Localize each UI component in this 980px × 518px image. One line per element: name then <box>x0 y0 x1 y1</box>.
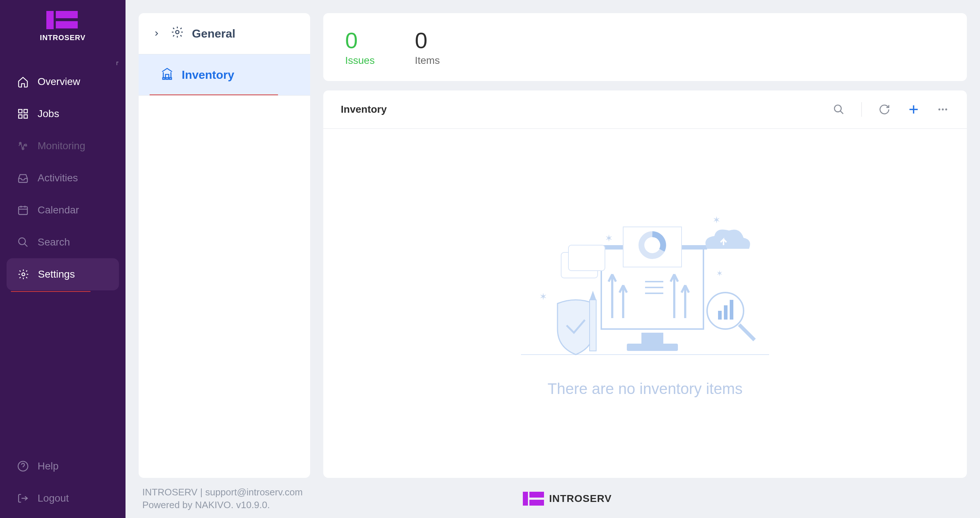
brand-logo: INTROSERV <box>0 0 126 57</box>
stat-issues-label: Issues <box>345 55 375 67</box>
action-divider <box>861 102 862 117</box>
brand-logo-icon <box>46 11 79 29</box>
footer-line1: INTROSERV | support@introserv.com <box>142 486 303 499</box>
inventory-body: ✶ ✶ ✶ ✶ There are no inventory items <box>323 129 967 478</box>
search-button[interactable] <box>832 103 845 116</box>
svg-text:✶: ✶ <box>539 291 547 302</box>
svg-rect-22 <box>641 333 663 344</box>
stat-issues: 0 Issues <box>345 29 375 67</box>
sidebar-item-label: Overview <box>38 76 80 87</box>
settings-item-label: Inventory <box>182 68 234 82</box>
svg-point-18 <box>945 108 947 110</box>
sidebar-collapse-icon[interactable]: ┏ <box>115 59 118 65</box>
sidebar-item-label: Calendar <box>38 204 79 216</box>
svg-line-37 <box>739 325 754 340</box>
grid-icon <box>16 107 30 121</box>
svg-rect-7 <box>19 207 27 215</box>
empty-state-text: There are no inventory items <box>548 380 743 397</box>
svg-rect-12 <box>163 78 165 79</box>
sidebar-item-label: Activities <box>38 172 78 184</box>
inventory-actions <box>832 102 949 117</box>
svg-rect-2 <box>19 115 22 118</box>
stat-issues-count: 0 <box>345 29 375 52</box>
sidebar-item-label: Jobs <box>38 108 59 120</box>
sidebar-item-label: Logout <box>38 493 69 504</box>
svg-point-16 <box>939 108 940 110</box>
stat-items-label: Items <box>415 55 440 67</box>
svg-marker-32 <box>590 291 596 300</box>
stat-items: 0 Items <box>415 29 440 67</box>
sidebar-nav: Overview Jobs Monitoring Activities Cale… <box>0 57 126 518</box>
sidebar-item-label: Help <box>38 460 59 472</box>
svg-rect-31 <box>590 300 596 351</box>
settings-panel: General Inventory <box>138 13 310 478</box>
sidebar-item-logout[interactable]: Logout <box>0 482 126 514</box>
sidebar-item-settings[interactable]: Settings <box>6 258 119 290</box>
sidebar-item-label: Monitoring <box>38 140 85 152</box>
sidebar-item-label: Settings <box>38 269 75 280</box>
main-content: General Inventory 0 Issues 0 Items <box>126 0 980 518</box>
activity-icon <box>16 139 30 153</box>
svg-point-8 <box>19 238 25 245</box>
sidebar-item-overview[interactable]: Overview <box>0 66 126 98</box>
svg-rect-36 <box>730 300 733 319</box>
sidebar-item-activities[interactable]: Activities <box>0 162 126 194</box>
svg-rect-34 <box>718 311 722 319</box>
svg-text:✶: ✶ <box>716 269 723 278</box>
svg-point-15 <box>834 105 842 112</box>
stats-card: 0 Issues 0 Items <box>323 13 967 81</box>
home-icon <box>16 75 30 88</box>
svg-point-6 <box>25 144 27 146</box>
refresh-button[interactable] <box>878 103 891 116</box>
sidebar-item-search[interactable]: Search <box>0 226 126 258</box>
logout-icon <box>16 492 30 505</box>
sidebar-item-calendar[interactable]: Calendar <box>0 194 126 226</box>
svg-point-17 <box>942 108 943 110</box>
footer-line2: Powered by NAKIVO. v10.9.0. <box>142 499 303 512</box>
svg-rect-1 <box>24 110 27 113</box>
more-button[interactable] <box>936 103 949 116</box>
brand-logo-icon <box>523 492 544 505</box>
sidebar-item-monitoring[interactable]: Monitoring <box>0 130 126 162</box>
svg-rect-0 <box>19 110 22 113</box>
svg-point-11 <box>176 31 179 34</box>
inventory-header: Inventory <box>323 91 967 129</box>
svg-rect-14 <box>169 78 172 79</box>
chevron-right-icon <box>153 27 161 40</box>
footer-brand-text: INTROSERV <box>549 493 612 505</box>
search-icon <box>16 236 30 249</box>
sidebar: INTROSERV ┏ Overview Jobs Monitoring Act <box>0 0 126 518</box>
gear-icon <box>17 268 30 281</box>
svg-rect-35 <box>724 305 727 319</box>
sidebar-item-help[interactable]: Help <box>0 450 126 482</box>
svg-rect-3 <box>24 115 27 118</box>
empty-illustration: ✶ ✶ ✶ ✶ <box>514 209 776 365</box>
help-icon <box>16 460 30 473</box>
footer: INTROSERV | support@introserv.com Powere… <box>138 478 967 518</box>
settings-item-general[interactable]: General <box>138 13 310 54</box>
inventory-icon <box>161 67 174 83</box>
brand-name: INTROSERV <box>40 33 85 42</box>
footer-info: INTROSERV | support@introserv.com Powere… <box>142 486 303 512</box>
sidebar-item-label: Search <box>38 237 70 248</box>
sidebar-item-jobs[interactable]: Jobs <box>0 98 126 130</box>
calendar-icon <box>16 203 30 217</box>
svg-text:✶: ✶ <box>605 233 613 244</box>
settings-item-label: General <box>192 27 235 40</box>
footer-brand: INTROSERV <box>523 492 612 505</box>
svg-point-9 <box>22 273 25 276</box>
settings-item-inventory[interactable]: Inventory <box>138 54 310 95</box>
inventory-title: Inventory <box>341 103 387 115</box>
svg-rect-23 <box>627 344 678 351</box>
inventory-section: 0 Issues 0 Items Inventory <box>323 13 967 478</box>
inbox-icon <box>16 172 30 184</box>
gear-icon <box>171 25 184 41</box>
svg-text:✶: ✶ <box>713 215 721 226</box>
stat-items-count: 0 <box>415 29 440 52</box>
svg-rect-13 <box>166 78 168 79</box>
add-button[interactable] <box>907 103 920 116</box>
inventory-card: Inventory <box>323 91 967 478</box>
svg-rect-30 <box>568 245 605 271</box>
